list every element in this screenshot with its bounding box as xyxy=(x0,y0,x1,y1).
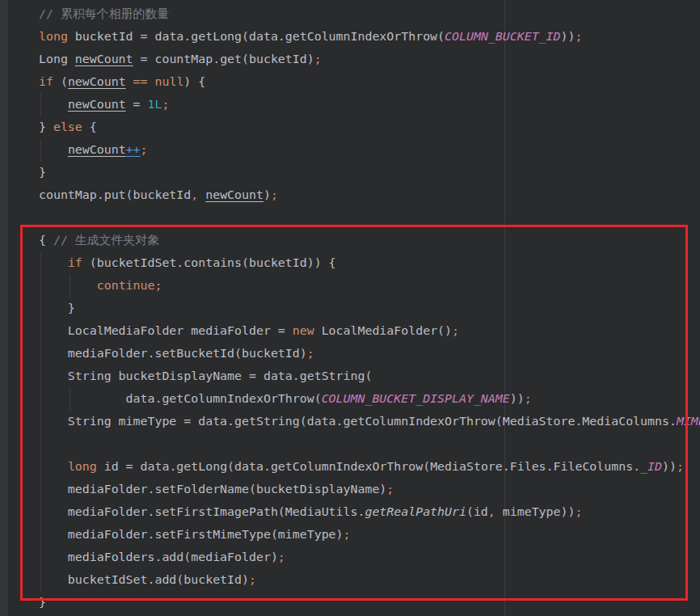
code-line[interactable] xyxy=(0,432,700,455)
code-line[interactable]: } xyxy=(0,591,700,614)
code-line[interactable]: String mimeType = data.getString(data.ge… xyxy=(0,410,700,432)
code-line[interactable]: mediaFolder.setFirstMimeType(mimeType); xyxy=(0,523,700,546)
code-line[interactable]: mediaFolders.add(mediaFolder); xyxy=(0,546,700,568)
code-line[interactable]: } xyxy=(0,297,700,319)
code-line[interactable]: continue; xyxy=(0,274,700,297)
code-editor: // 累积每个相册的数量long bucketId = data.getLong… xyxy=(0,0,700,616)
code-line[interactable]: } else { xyxy=(0,116,700,138)
code-line[interactable]: LocalMediaFolder mediaFolder = new Local… xyxy=(0,319,700,342)
code-line[interactable]: { // 生成文件夹对象 xyxy=(0,229,700,251)
code-lines[interactable]: // 累积每个相册的数量long bucketId = data.getLong… xyxy=(0,2,700,614)
code-line[interactable]: } xyxy=(0,161,700,184)
code-line[interactable]: if (bucketIdSet.contains(bucketId)) { xyxy=(0,251,700,274)
code-line[interactable]: newCount = 1L; xyxy=(0,93,700,116)
code-line[interactable]: mediaFolder.setFolderName(bucketDisplayN… xyxy=(0,478,700,500)
code-line[interactable]: // 累积每个相册的数量 xyxy=(0,2,700,25)
code-line[interactable]: mediaFolder.setFirstImagePath(MediaUtils… xyxy=(0,500,700,523)
code-line[interactable]: mediaFolder.setBucketId(bucketId); xyxy=(0,342,700,365)
code-line[interactable]: String bucketDisplayName = data.getStrin… xyxy=(0,365,700,387)
code-line[interactable] xyxy=(0,206,700,229)
code-line[interactable]: bucketIdSet.add(bucketId); xyxy=(0,568,700,591)
code-line[interactable]: newCount++; xyxy=(0,138,700,161)
code-line[interactable]: if (newCount == null) { xyxy=(0,70,700,93)
code-line[interactable]: long id = data.getLong(data.getColumnInd… xyxy=(0,455,700,478)
code-line[interactable]: data.getColumnIndexOrThrow(COLUMN_BUCKET… xyxy=(0,387,700,410)
code-line[interactable]: countMap.put(bucketId, newCount); xyxy=(0,184,700,206)
code-line[interactable]: long bucketId = data.getLong(data.getCol… xyxy=(0,25,700,48)
code-line[interactable]: Long newCount = countMap.get(bucketId); xyxy=(0,48,700,70)
